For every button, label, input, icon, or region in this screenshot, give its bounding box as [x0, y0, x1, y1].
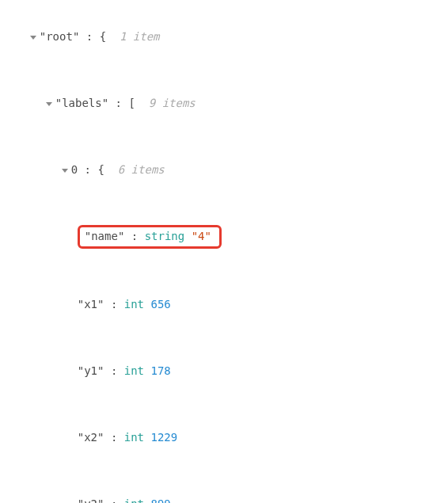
x1-value: 656 — [151, 298, 171, 311]
x2-field: "x2" : int 1229 — [0, 404, 448, 471]
item-meta: 6 items — [118, 163, 165, 176]
x1-field: "x1" : int 656 — [0, 271, 448, 337]
array-item-0[interactable]: 0 : { 6 items — [0, 136, 448, 203]
y2-field: "y2" : int 899 — [0, 471, 448, 503]
name-field: "name" : string "4" — [0, 203, 448, 271]
y1-value: 178 — [151, 364, 171, 377]
root-meta: 1 item — [120, 30, 160, 43]
type-label: int — [124, 298, 144, 311]
name-value: "4" — [192, 230, 211, 242]
y2-key: y2 — [84, 497, 97, 503]
labels-node[interactable]: "labels" : [ 9 items — [0, 70, 448, 136]
x2-value: 1229 — [151, 431, 178, 444]
name-key: name — [91, 230, 118, 242]
labels-meta: 9 items — [149, 97, 196, 109]
type-label: string — [145, 230, 185, 242]
x1-key: x1 — [84, 298, 97, 311]
highlight-box: "name" : string "4" — [78, 225, 222, 249]
y1-field: "y1" : int 178 — [0, 337, 448, 404]
json-tree-viewer: "root" : { 1 item "labels" : [ 9 items 0… — [0, 0, 448, 503]
labels-key: labels — [62, 97, 102, 109]
root-node[interactable]: "root" : { 1 item — [0, 3, 448, 70]
type-label: int — [124, 431, 144, 444]
chevron-down-icon[interactable] — [62, 169, 68, 173]
chevron-down-icon[interactable] — [30, 36, 36, 40]
chevron-down-icon[interactable] — [46, 102, 52, 106]
y1-key: y1 — [84, 364, 97, 377]
item-index: 0 — [71, 163, 78, 176]
type-label: int — [124, 497, 144, 503]
type-label: int — [124, 364, 144, 377]
x2-key: x2 — [84, 431, 97, 444]
root-key: root — [46, 30, 73, 43]
y2-value: 899 — [151, 497, 171, 503]
